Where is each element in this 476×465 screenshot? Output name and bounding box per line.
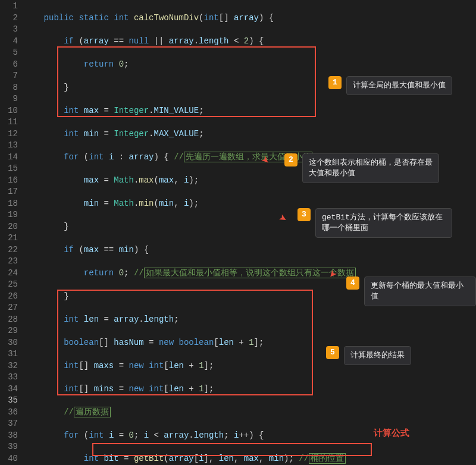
annotation-1: 1 计算全局的最大值和最小值	[328, 76, 452, 95]
code-line: int min = Integer.MAX_VALUE;	[24, 128, 476, 140]
annotation-badge: 5	[326, 346, 339, 359]
annotation-text: 这个数组表示相应的桶，是否存在最大值和最小值	[302, 153, 439, 183]
annotation-badge: 3	[298, 208, 311, 221]
annotation-badge: 4	[346, 277, 359, 290]
code-line: public static int calcTwoNumDiv(int[] ar…	[24, 12, 476, 24]
code-line: //遍历数据	[24, 407, 476, 419]
annotation-text: getBit方法，计算每个数应该放在哪一个桶里面	[315, 208, 452, 238]
highlight-box-2	[57, 290, 313, 395]
annotation-3: 3 getBit方法，计算每个数应该放在哪一个桶里面	[298, 208, 452, 238]
code-line: if (array == null || array.length < 2) {	[24, 36, 476, 48]
line-gutter: 1234567891011121314151617181920212223242…	[0, 0, 24, 465]
code-line: if (max == min) {	[24, 244, 476, 256]
annotation-badge: 2	[284, 153, 298, 166]
annotation-text: 计算全局的最大值和最小值	[346, 76, 452, 95]
highlight-box-1	[57, 46, 316, 117]
annotation-text: 计算最终的结果	[344, 346, 411, 365]
annotation-5: 5 计算最终的结果	[326, 346, 411, 365]
annotation-badge: 1	[328, 76, 342, 89]
annotation-text: 更新每个桶的最大值和最小值	[364, 277, 476, 306]
annotation-2: 2 这个数组表示相应的桶，是否存在最大值和最小值	[284, 153, 439, 183]
highlight-box-3	[92, 443, 372, 456]
annotation-4: 4 更新每个桶的最大值和最小值	[346, 277, 476, 306]
formula-label: 计算公式	[374, 428, 409, 440]
